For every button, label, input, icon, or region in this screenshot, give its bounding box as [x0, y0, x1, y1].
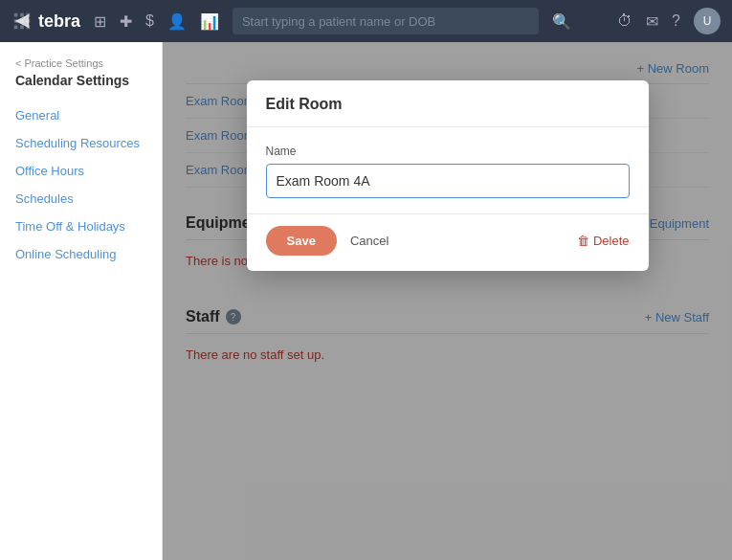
- main-layout: < Practice Settings Calendar Settings Ge…: [0, 42, 732, 560]
- delete-button[interactable]: 🗑 Delete: [577, 234, 630, 248]
- sidebar-item-online-scheduling[interactable]: Online Scheduling: [0, 240, 162, 268]
- sidebar: < Practice Settings Calendar Settings Ge…: [0, 42, 163, 560]
- sidebar-title: Calendar Settings: [0, 73, 162, 101]
- user-avatar[interactable]: U: [694, 8, 721, 34]
- logo-text: tebra: [38, 11, 80, 32]
- sidebar-item-scheduling-resources[interactable]: Scheduling Resources: [0, 129, 162, 157]
- history-icon[interactable]: ⏱: [617, 12, 632, 30]
- delete-label: Delete: [593, 234, 630, 248]
- main-content: + New Room Exam Room 2 Exam Room 3 Exam …: [163, 42, 732, 560]
- mail-icon[interactable]: ✉: [646, 12, 658, 31]
- topbar: tebra ⊞ ✚ $ 👤 📊 🔍 ⏱ ✉ ? U: [0, 0, 732, 42]
- trash-icon: 🗑: [577, 234, 589, 248]
- topbar-right: ⏱ ✉ ? U: [617, 8, 721, 34]
- help-icon[interactable]: ?: [672, 12, 680, 30]
- save-button[interactable]: Save: [266, 226, 337, 256]
- chart-icon[interactable]: 📊: [200, 12, 219, 31]
- modal-header: Edit Room: [247, 80, 649, 127]
- cancel-button[interactable]: Cancel: [346, 226, 392, 256]
- sidebar-item-general[interactable]: General: [0, 101, 162, 129]
- grid-icon[interactable]: ⊞: [94, 12, 106, 31]
- sidebar-item-office-hours[interactable]: Office Hours: [0, 157, 162, 185]
- plus-icon[interactable]: ✚: [120, 12, 132, 31]
- modal-body: Name: [247, 127, 649, 213]
- room-name-input[interactable]: [266, 164, 630, 198]
- modal-title: Edit Room: [266, 96, 630, 113]
- sidebar-item-schedules[interactable]: Schedules: [0, 185, 162, 213]
- app-logo[interactable]: tebra: [11, 11, 80, 32]
- patient-search-input[interactable]: [233, 8, 539, 34]
- modal-footer: Save Cancel 🗑 Delete: [247, 213, 649, 271]
- dollar-icon[interactable]: $: [145, 12, 154, 30]
- sidebar-item-time-off[interactable]: Time Off & Holidays: [0, 213, 162, 240]
- sidebar-breadcrumb[interactable]: < Practice Settings: [0, 57, 162, 73]
- name-field-label: Name: [266, 145, 630, 158]
- person-icon[interactable]: 👤: [167, 12, 187, 31]
- edit-room-modal: 3— 4— Edit Room Name Save Cancel: [247, 80, 649, 271]
- modal-overlay: 3— 4— Edit Room Name Save Cancel: [163, 42, 732, 560]
- search-icon[interactable]: 🔍: [552, 12, 571, 31]
